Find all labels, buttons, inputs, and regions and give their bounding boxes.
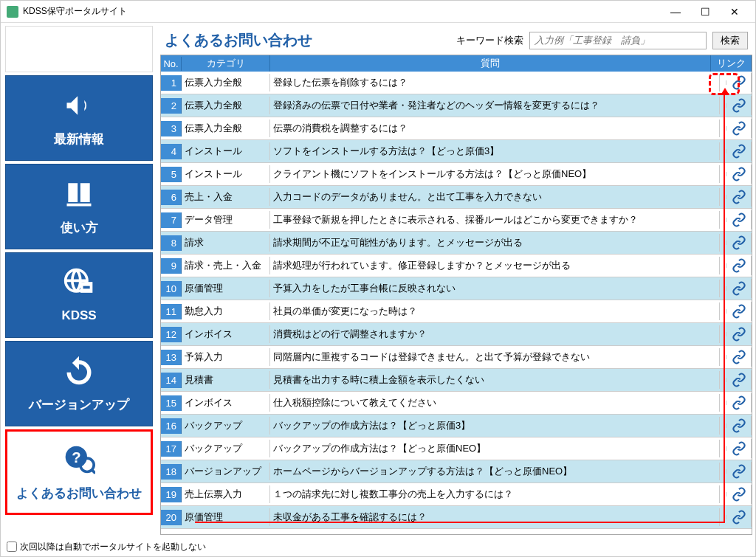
cell-category: 勤怠入力 — [182, 302, 270, 320]
link-icon[interactable] — [726, 119, 752, 138]
link-icon[interactable] — [726, 73, 752, 92]
col-no: No. — [161, 57, 182, 71]
question-icon: ? — [63, 443, 95, 480]
autostart-label: 次回以降は自動でポータルサイトを起動しない — [20, 541, 206, 553]
cell-no: 19 — [161, 487, 182, 502]
link-icon[interactable] — [726, 210, 752, 229]
link-icon[interactable] — [726, 142, 752, 161]
col-question: 質問 — [270, 55, 711, 72]
cell-category: 売上伝票入力 — [182, 485, 270, 503]
sidebar-item-kdss[interactable]: KDSS — [5, 252, 153, 338]
table-row: 20 原価管理 未収金がある工事を確認するには？ — [161, 506, 752, 529]
cell-sep — [720, 378, 726, 382]
link-icon[interactable] — [726, 439, 752, 458]
cell-category: バックアップ — [182, 440, 270, 457]
link-icon[interactable] — [726, 187, 752, 207]
cell-sep — [720, 515, 726, 519]
table-row: 17 バックアップ バックアップの作成方法は？【どっと原価NEO】 — [161, 437, 752, 460]
link-icon[interactable] — [726, 508, 752, 527]
table-row: 5 インストール クライアント機にソフトをインストールする方法は？【どっと原価N… — [161, 163, 752, 186]
cell-category: 請求・売上・入金 — [182, 257, 270, 274]
link-icon[interactable] — [726, 96, 752, 115]
minimize-button[interactable]: — — [661, 1, 690, 22]
sidebar-label: 使い方 — [61, 219, 98, 236]
cell-no: 10 — [161, 281, 182, 297]
cell-sep — [720, 446, 726, 451]
main-content: よくあるお問い合わせ キーワード検索 検索 No. カテゴリ 質問 リンク 1 … — [157, 23, 755, 538]
cell-category: 伝票入力全般 — [182, 120, 270, 137]
cell-no: 14 — [161, 373, 182, 388]
cell-sep — [720, 195, 726, 199]
footer: 次回以降は自動でポータルサイトを起動しない — [1, 538, 755, 556]
table-body[interactable]: 1 伝票入力全般 登録した伝票を削除するには？ 2 伝票入力全般 登録済みの伝票… — [161, 72, 752, 534]
cell-sep — [720, 401, 726, 405]
cell-no: 17 — [161, 441, 182, 457]
cell-question: 予算入力をしたが工事台帳に反映されない — [270, 280, 720, 297]
link-icon[interactable] — [726, 416, 752, 435]
cell-question: 登録済みの伝票で日付や業者・発注者などのヘッダー情報を変更するには？ — [270, 97, 720, 114]
search-button[interactable]: 検索 — [712, 32, 748, 49]
table-row: 14 見積書 見積書を出力する時に積上金額を表示したくない — [161, 369, 752, 392]
sidebar-item-versionup[interactable]: バージョンアップ — [5, 341, 153, 426]
cell-category: 見積書 — [182, 371, 270, 389]
close-button[interactable]: ✕ — [720, 1, 749, 22]
sidebar-item-news[interactable]: 最新情報 — [5, 75, 153, 161]
link-icon[interactable] — [726, 256, 752, 275]
cell-sep — [720, 355, 726, 359]
cell-question: 見積書を出力する時に積上金額を表示したくない — [270, 371, 720, 389]
main-header: よくあるお問い合わせ キーワード検索 検索 — [160, 26, 752, 55]
link-icon[interactable] — [726, 279, 752, 298]
cell-question: 登録した伝票を削除するには？ — [270, 74, 720, 91]
page-title: よくあるお問い合わせ — [165, 30, 450, 50]
col-category: カテゴリ — [182, 55, 270, 72]
link-icon[interactable] — [726, 347, 752, 367]
cell-category: 予算入力 — [182, 348, 270, 366]
cell-category: インボイス — [182, 325, 270, 343]
cell-category: 伝票入力全般 — [182, 74, 270, 91]
svg-line-5 — [92, 468, 96, 473]
refresh-icon — [63, 355, 95, 392]
table-row: 1 伝票入力全般 登録した伝票を削除するには？ — [161, 72, 752, 94]
cell-question: クライアント機にソフトをインストールする方法は？【どっと原価NEO】 — [270, 165, 720, 183]
cell-no: 18 — [161, 464, 182, 480]
link-icon[interactable] — [726, 393, 752, 412]
link-icon[interactable] — [726, 370, 752, 390]
link-icon[interactable] — [726, 165, 752, 184]
table-row: 16 バックアップ バックアップの作成方法は？【どっと原価3】 — [161, 415, 752, 437]
cell-question: 請求処理が行われています。修正登録しますか？とメッセージが出る — [270, 257, 720, 274]
table-row: 19 売上伝票入力 １つの請求先に対し複数工事分の売上を入力するには？ — [161, 483, 752, 506]
sidebar-item-faq[interactable]: ? よくあるお問い合わせ — [5, 429, 153, 515]
cell-category: 請求 — [182, 234, 270, 252]
cell-no: 13 — [161, 350, 182, 365]
link-icon[interactable] — [726, 302, 752, 321]
cell-question: 未収金がある工事を確認するには？ — [270, 508, 720, 526]
sidebar-blank — [5, 26, 153, 72]
cell-category: バックアップ — [182, 417, 270, 435]
cell-question: バックアップの作成方法は？【どっと原価NEO】 — [270, 440, 720, 457]
cell-no: 16 — [161, 418, 182, 434]
cell-category: 原価管理 — [182, 508, 270, 526]
link-icon[interactable] — [726, 485, 752, 504]
book-icon — [63, 178, 95, 215]
cell-sep — [720, 103, 726, 108]
keyword-input[interactable] — [529, 32, 707, 49]
link-icon[interactable] — [726, 233, 752, 252]
sidebar-item-howto[interactable]: 使い方 — [5, 164, 153, 249]
table-row: 2 伝票入力全般 登録済みの伝票で日付や業者・発注者などのヘッダー情報を変更する… — [161, 94, 752, 117]
cell-category: 伝票入力全般 — [182, 97, 270, 114]
link-icon[interactable] — [726, 325, 752, 344]
maximize-button[interactable]: ☐ — [690, 1, 720, 22]
link-icon[interactable] — [726, 462, 752, 481]
cell-no: 1 — [161, 75, 182, 91]
cell-sep — [720, 492, 726, 497]
cell-no: 20 — [161, 510, 182, 525]
sidebar-label: よくあるお問い合わせ — [16, 485, 142, 502]
cell-no: 8 — [161, 235, 182, 251]
cell-no: 5 — [161, 167, 182, 182]
cell-sep — [720, 332, 726, 336]
cell-no: 2 — [161, 98, 182, 114]
cell-sep — [720, 126, 726, 131]
cell-sep — [720, 309, 726, 314]
autostart-checkbox[interactable] — [7, 542, 17, 552]
cell-sep — [720, 218, 726, 222]
